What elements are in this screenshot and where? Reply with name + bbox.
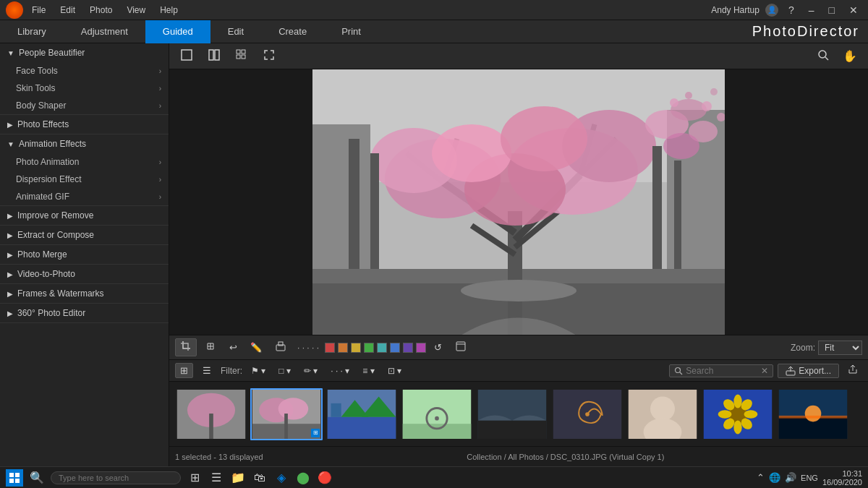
menu-view[interactable]: View (124, 4, 148, 17)
sidebar-photo-merge[interactable]: ▶ Photo Merge (0, 245, 169, 264)
sidebar-frames-watermarks[interactable]: ▶ Frames & Watermarks (0, 284, 169, 303)
sidebar-face-tools[interactable]: Face Tools › (0, 62, 169, 80)
filter-list-icon[interactable]: ☰ (197, 363, 216, 378)
color-swatch-blue[interactable] (390, 343, 400, 353)
svg-point-36 (685, 92, 692, 99)
start-button[interactable] (6, 469, 23, 487)
taskbar-explorer-icon[interactable]: 📁 (230, 470, 246, 486)
arrow-right-icon: ▶ (7, 309, 13, 317)
menu-file[interactable]: File (29, 4, 48, 17)
sidebar-photo-effects[interactable]: ▶ Photo Effects (0, 115, 169, 134)
arrow-right-icon: ▶ (7, 290, 13, 298)
edit-crop-btn[interactable] (175, 338, 197, 356)
filter-grid-icon[interactable]: ⊞ (175, 363, 193, 378)
thumbnail-2[interactable]: ⊞ (250, 388, 323, 440)
help-button[interactable]: ? (784, 3, 799, 17)
tab-library[interactable]: Library (0, 20, 64, 43)
sidebar-improve-remove[interactable]: ▶ Improve or Remove (0, 206, 169, 225)
edit-undo-btn[interactable]: ↩ (224, 340, 242, 355)
color-swatch-indigo[interactable] (403, 343, 413, 353)
search-clear-btn[interactable]: ✕ (761, 366, 768, 376)
sidebar-section-video-to-photo: ▶ Video-to-Photo (0, 265, 169, 284)
edit-refresh-btn[interactable]: ↺ (429, 340, 447, 355)
color-swatch-orange[interactable] (338, 343, 348, 353)
taskbar-widgets-icon[interactable]: ☰ (208, 470, 224, 486)
menu-edit[interactable]: Edit (57, 4, 78, 17)
tray-network-icon[interactable]: 🌐 (769, 472, 780, 483)
tab-print[interactable]: Print (324, 20, 378, 43)
taskbar-search-icon: 🔍 (29, 470, 45, 486)
clock[interactable]: 10:31 16/09/2020 (822, 469, 862, 487)
export-button[interactable]: Export... (778, 364, 839, 378)
taskbar-chrome-icon[interactable]: ⬤ (295, 470, 311, 486)
thumbnail-6[interactable] (551, 388, 624, 440)
color-swatch-red[interactable] (325, 343, 335, 353)
sidebar-section-extract-compose: ▶ Extract or Compose (0, 226, 169, 245)
tray-volume-icon[interactable]: 🔊 (785, 472, 796, 483)
sidebar-360-editor[interactable]: ▶ 360° Photo Editor (0, 304, 169, 322)
sidebar-dispersion-effect[interactable]: Dispersion Effect › (0, 171, 169, 188)
svg-rect-92 (15, 479, 20, 483)
tab-guided[interactable]: Guided (145, 20, 210, 43)
filter-flag-btn[interactable]: ⚑ ▾ (247, 364, 270, 377)
sidebar-people-beautifier[interactable]: ▼ People Beautifier (0, 43, 169, 62)
taskbar-search-input[interactable] (59, 474, 153, 482)
pan-btn[interactable]: ✋ (838, 47, 862, 65)
magnify-btn[interactable] (812, 46, 835, 67)
minimize-button[interactable]: – (804, 3, 819, 17)
filter-edit-btn[interactable]: ✏ ▾ (299, 364, 322, 377)
tray-up-icon[interactable]: ⌃ (757, 472, 765, 483)
filter-sort-btn[interactable]: ≡ ▾ (358, 364, 378, 377)
view-compare-btn[interactable] (203, 46, 226, 67)
zoom-select[interactable]: Fit 25% 50% 75% 100% 150% 200% (818, 341, 862, 355)
filter-more-btn[interactable]: · · · ▾ (326, 364, 354, 377)
edit-stamp-btn[interactable] (270, 338, 292, 356)
thumbnail-7[interactable] (626, 388, 699, 440)
maximize-button[interactable]: □ (825, 3, 839, 17)
edit-enhance-btn[interactable] (200, 338, 221, 356)
tab-create[interactable]: Create (261, 20, 324, 43)
status-path: Collection / All Photos / DSC_0310.JPG (… (269, 453, 862, 461)
share-btn[interactable] (843, 363, 862, 378)
thumbnail-9[interactable] (777, 388, 849, 440)
sidebar-video-to-photo[interactable]: ▶ Video-to-Photo (0, 265, 169, 283)
svg-rect-89 (9, 473, 14, 477)
thumbnail-8[interactable] (702, 388, 774, 440)
thumbnail-5[interactable] (476, 388, 548, 440)
view-single-btn[interactable] (175, 46, 198, 67)
taskbar-search-bar[interactable] (51, 471, 181, 484)
menu-help[interactable]: Help (157, 4, 181, 17)
color-swatch-yellow[interactable] (351, 343, 361, 353)
taskbar-store-icon[interactable]: 🛍 (252, 470, 268, 486)
thumbnail-4[interactable] (401, 388, 473, 440)
taskbar-photodirector-icon[interactable]: 🔴 (317, 470, 333, 486)
sidebar-animated-gif[interactable]: Animated GIF › (0, 188, 169, 205)
edit-brush-btn[interactable]: ✏️ (245, 340, 267, 355)
filter-size-btn[interactable]: ⊡ ▾ (383, 364, 406, 377)
sidebar-extract-compose[interactable]: ▶ Extract or Compose (0, 226, 169, 244)
search-input[interactable] (686, 366, 758, 376)
menu-photo[interactable]: Photo (87, 4, 115, 17)
tab-adjustment[interactable]: Adjustment (64, 20, 145, 43)
fullscreen-btn[interactable] (258, 46, 281, 67)
taskbar-edge-icon[interactable]: ◈ (273, 470, 289, 486)
sidebar-photo-animation[interactable]: Photo Animation › (0, 153, 169, 171)
filter-type-btn[interactable]: □ ▾ (274, 364, 295, 377)
edit-canvas-btn[interactable] (450, 338, 472, 356)
color-swatch-magenta[interactable] (416, 343, 426, 353)
svg-point-73 (650, 396, 675, 421)
svg-rect-13 (312, 124, 370, 269)
close-button[interactable]: ✕ (845, 3, 862, 17)
export-icon (786, 366, 796, 376)
user-avatar: 👤 (765, 4, 778, 17)
thumbnail-1[interactable] (175, 388, 247, 440)
color-swatch-green[interactable] (364, 343, 374, 353)
view-grid-btn[interactable] (230, 46, 253, 67)
sidebar-body-shaper[interactable]: Body Shaper › (0, 97, 169, 114)
color-swatch-teal[interactable] (377, 343, 387, 353)
taskbar-taskview-icon[interactable]: ⊞ (187, 470, 203, 486)
sidebar-animation-effects[interactable]: ▼ Animation Effects (0, 134, 169, 153)
tab-edit[interactable]: Edit (210, 20, 261, 43)
sidebar-skin-tools[interactable]: Skin Tools › (0, 80, 169, 97)
thumbnail-3[interactable] (326, 388, 398, 440)
